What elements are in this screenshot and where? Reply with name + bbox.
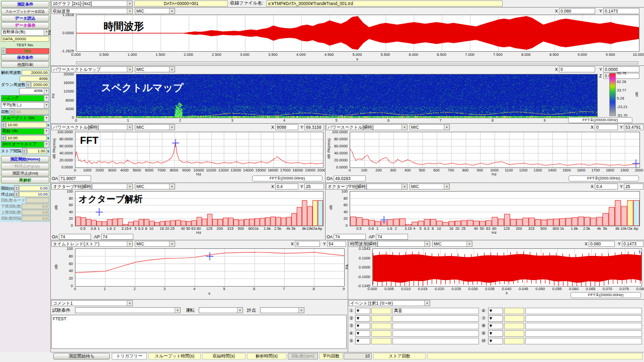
trend-plot[interactable] [75,248,345,287]
event-time-field[interactable] [504,308,524,314]
x-tick-label: 0.8 [91,226,96,231]
plot-type-select[interactable]: タイムトレンド(ストア)▼ [51,241,133,247]
measure-stop-button[interactable]: 測定停止(End) [1,170,49,176]
x-tick-label: 1500 [562,168,571,172]
autosave-select[interactable]: 自動保存(無)▼ [1,29,49,36]
event-type-select[interactable]: ▼ [355,338,370,344]
channel-select[interactable]: MIC▼ [410,124,450,130]
channel-select[interactable]: MIC▼ [135,241,175,247]
channel-select[interactable]: MIC▼ [135,124,175,130]
event-time-field[interactable] [504,323,524,329]
fft-plot[interactable] [350,132,640,168]
store-interval-field[interactable]: 1.00 [27,148,47,154]
event-type-select[interactable]: ▼ [488,338,503,344]
y-tick-label: 40.0000 [59,151,73,155]
start-field[interactable]: 0.00 [19,186,49,191]
event-annotation-select[interactable]: イベント注釈1 (①~⑩)▼ [349,300,430,306]
down-freq-field[interactable]: 2000.00 [31,82,49,87]
event-type-select[interactable]: ▼ [488,308,503,314]
data-save-button[interactable]: データ保存 [1,22,49,29]
comment-textarea[interactable]: FTEST [51,315,347,349]
fft-range-badge: FFT②(2000.00Hz) [569,175,639,182]
colorbar-scale: 90.7562.2633.775.28-23.21-51.70 [617,73,637,115]
event-text-field[interactable]: 異音 [392,308,479,314]
event-number: ① [349,308,353,314]
test-no-field[interactable]: 001 [6,48,49,54]
record-time-stepper[interactable] [1,135,6,141]
score-select[interactable]: ▼ [260,307,304,313]
throughput-data-read-button[interactable]: スループットデータ読込 [1,8,49,15]
event-type-select[interactable]: ▼ [355,330,370,337]
plot-type-select[interactable]: オクターブF特[瞬時]▼ [51,184,133,190]
average-select[interactable]: 平均(無し)▼ [1,102,49,109]
event-time-field[interactable] [504,330,524,337]
throughput-time-stepper[interactable] [1,122,6,128]
measure-condition-button[interactable]: 測定条件 [1,1,49,8]
event-time-field[interactable] [371,330,391,337]
channel-select[interactable]: MIC▼ [432,241,472,247]
event-text-field[interactable] [525,315,642,322]
channel-select[interactable]: MIC▼ [410,184,450,190]
data-read-button[interactable]: データ読込 [1,15,49,22]
event-time-field[interactable] [371,315,391,322]
event-number: ③ [349,323,353,329]
stop-stepper[interactable] [14,191,19,198]
data-id-field[interactable]: DATA+00000+001 [134,1,228,7]
measure-start-button[interactable]: 測定開始(Home) [1,156,49,162]
event-type-select[interactable]: ▼ [355,323,370,329]
event-time-field[interactable] [371,323,391,329]
print-button[interactable]: 画面印刷 [1,61,49,68]
event-text-field[interactable] [525,330,642,337]
oct-store-select[interactable]: OCT オートストア▼ [1,141,49,148]
plot-type-select[interactable]: オクターブF特[瞬時]▼ [326,184,408,190]
event-type-select[interactable]: ▼ [355,308,370,314]
waveform-zoom-plot[interactable] [372,248,642,287]
fft-plot[interactable] [75,132,324,168]
record-select[interactable]: 収録 ON▼ [1,128,49,135]
x-tick-label: 13000 [230,168,241,172]
down-freq-stepper[interactable] [26,81,31,88]
test-no-stepper[interactable] [1,48,6,54]
status-button[interactable]: 測定開始待ち [53,353,110,359]
pause-button[interactable]: 一時停止(PgUp) [1,163,49,169]
plot-scrollbar[interactable] [76,61,638,64]
record-time-field[interactable]: 10.00 [6,135,47,141]
channel-select[interactable]: MIC▼ [135,184,175,190]
event-time-field[interactable] [371,338,391,344]
reanalyze-button[interactable]: 再解析 [1,177,49,184]
channel-select[interactable]: MIC▼ [135,66,175,72]
event-text-field[interactable] [392,330,479,337]
run-select[interactable]: ▼ [199,307,243,313]
save-condition-button[interactable]: 保存条件 [1,54,49,61]
throughput-select[interactable]: スループット ON▼ [1,115,49,122]
event-type-select[interactable]: ▼ [488,323,503,329]
event-time-field[interactable] [504,315,524,322]
file-path-field[interactable]: e:¥TMP¥DATA_00000¥Trand¥Trand_001.trd [266,1,503,7]
comment-select[interactable]: コメント1▼ [51,300,133,306]
event-time-field[interactable] [371,308,391,314]
channel-select[interactable]: MIC▼ [135,8,175,14]
event-time-field[interactable] [504,338,524,344]
analysis-freq-field[interactable]: 20000.00 [22,70,49,75]
x-tick-label: 1800 [606,168,614,172]
time-waveform-plot[interactable] [76,15,639,52]
event-type-select[interactable]: ▼ [488,330,503,337]
down-lines-select[interactable]: 4096▼ [19,88,49,95]
event-type-select[interactable]: ▼ [355,315,370,322]
event-text-field[interactable] [392,323,479,329]
octave-plot[interactable] [350,191,640,226]
store-interval-stepper[interactable] [22,148,27,154]
test-condition-select[interactable]: ▼ [75,307,181,313]
event-type-select[interactable]: ▼ [488,315,503,322]
window-select[interactable]: ハニング▼ [1,95,49,102]
event-text-field[interactable] [392,338,479,344]
event-text-field[interactable] [392,315,479,322]
throughput-time-field[interactable]: 10.00 [6,122,47,128]
event-text-field[interactable] [525,338,642,344]
event-text-field[interactable] [525,308,642,314]
graph-layout-select[interactable]: 10グラフ [2x1]-[4x2]▼ [51,1,133,7]
lines-field[interactable]: 4096 [20,76,49,81]
stop-field[interactable]: 10.00 [19,192,49,197]
event-text-field[interactable] [525,323,642,329]
data-name-field[interactable]: DATA_00000 [1,36,49,42]
